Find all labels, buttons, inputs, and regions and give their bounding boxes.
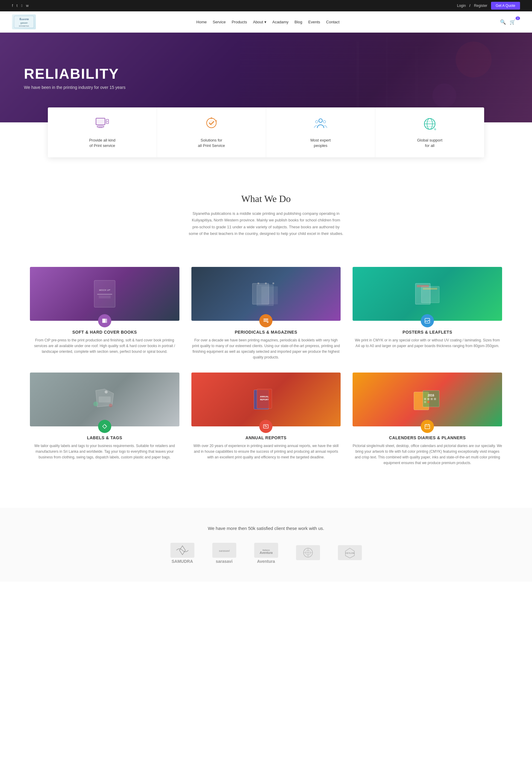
svg-text:Italiano: Italiano	[262, 549, 270, 551]
feature-3-title: Most expertpeoples	[272, 138, 369, 148]
svg-point-38	[267, 321, 269, 323]
nav-events[interactable]: Events	[308, 20, 320, 24]
facebook-icon[interactable]: f	[12, 4, 13, 8]
svg-rect-14	[97, 119, 104, 124]
svg-rect-62	[424, 401, 426, 403]
nav-home[interactable]: Home	[196, 20, 207, 24]
search-icon[interactable]: 🔍	[500, 19, 506, 25]
svg-rect-34	[261, 286, 278, 304]
magazines-desc: For over a decade we have been printing …	[191, 337, 341, 360]
svg-rect-41	[417, 285, 429, 287]
product-annual: ANNUAL REPORT ANNUAL REPORTS With over 2…	[185, 366, 347, 472]
svg-rect-64	[425, 425, 430, 429]
svg-point-47	[93, 402, 98, 406]
svg-point-48	[109, 404, 112, 407]
books-title: SOFT & HARD COVER BOOKS	[30, 330, 179, 334]
instagram-icon[interactable]: 	[21, 4, 22, 8]
feature-2-title: Solutions forall Print Service	[163, 138, 260, 148]
nav-links: Home Service Products About ▾ Acadamy Bl…	[196, 19, 340, 24]
nav-contact[interactable]: Contact	[326, 20, 340, 24]
hero-content: RELIABILITY We have been in the printing…	[0, 48, 150, 108]
feature-4-title: Global supportfor all	[381, 138, 478, 148]
feature-print-service: Provide all kindof Print service	[48, 107, 157, 157]
nav-products[interactable]: Products	[232, 20, 247, 24]
feature-global: Global supportfor all	[375, 107, 484, 157]
posters-image	[353, 267, 502, 321]
logo-image: සියනෙත ප්‍රකාශන SIYANETHA	[12, 14, 36, 29]
posters-badge	[421, 314, 434, 327]
svg-point-35	[257, 282, 259, 284]
product-labels: LABELS & TAGS We tailor quality labels a…	[24, 366, 185, 472]
magazines-badge	[259, 314, 272, 327]
partners-tagline: We have more then 50k satisfied client t…	[12, 526, 520, 531]
svg-rect-61	[434, 398, 436, 400]
svg-rect-11	[98, 127, 103, 128]
labels-title: LABELS & TAGS	[30, 436, 179, 440]
nav-service[interactable]: Service	[213, 20, 225, 24]
svg-point-45	[105, 391, 108, 394]
partner-aventura: Italiano Aventura Aventura	[254, 543, 278, 564]
product-books: MOCK UP SOFT & HARD COVER BOOKS From CtP…	[24, 261, 185, 366]
svg-point-18	[315, 121, 318, 123]
feature-expert: Most expertpeoples	[266, 107, 375, 157]
register-link[interactable]: Register	[474, 4, 487, 8]
product-posters: POSTERS & LEAFLETS We print in CMYK or i…	[347, 261, 508, 366]
svg-rect-46	[99, 397, 111, 403]
feature-1-title: Provide all kindof Print service	[54, 138, 151, 148]
sarasavi-label: sarasavi	[216, 559, 232, 564]
svg-rect-10	[97, 126, 104, 127]
svg-point-19	[323, 121, 326, 123]
aventura-label: Aventura	[257, 559, 275, 564]
partners-section: We have more then 50k satisfied client t…	[0, 508, 532, 582]
monitor-icon	[54, 116, 151, 134]
books-desc: From CtP pre-press to the print producti…	[30, 337, 179, 355]
svg-text:2016: 2016	[428, 394, 435, 397]
features-section: Provide all kindof Print service Solutio…	[48, 107, 484, 157]
annual-image: ANNUAL REPORT	[191, 372, 341, 427]
product-magazines: PERIODICALS & MAGAZINES For over a decad…	[185, 261, 347, 366]
labels-image	[30, 372, 179, 427]
svg-rect-31	[104, 319, 107, 323]
posters-desc: We print in CMYK or in any special color…	[353, 337, 502, 349]
svg-rect-42	[423, 288, 437, 290]
login-link[interactable]: Login	[457, 4, 466, 8]
feature-solutions: Solutions forall Print Service	[157, 107, 266, 157]
calendars-badge	[421, 420, 434, 433]
books-image: MOCK UP	[30, 267, 179, 321]
annual-desc: With over 20 years of experience in prin…	[191, 443, 341, 461]
nav-blog[interactable]: Blog	[295, 20, 302, 24]
calendars-image: 2016	[353, 372, 502, 427]
what-we-do-section: What We Do Siyanetha publications is a m…	[0, 169, 532, 249]
svg-rect-60	[431, 398, 433, 400]
svg-point-49	[105, 425, 106, 426]
get-quote-button[interactable]: Get A Quote	[491, 2, 520, 10]
social-links: f t  w	[12, 4, 29, 8]
magazines-image	[191, 267, 341, 321]
partner-samudra: SAMUDRA	[170, 543, 194, 564]
twitter-icon[interactable]: t	[16, 4, 17, 8]
nav-about[interactable]: About ▾	[253, 20, 266, 24]
nav-academy[interactable]: Acadamy	[272, 20, 289, 24]
samudra-label: SAMUDRA	[172, 559, 193, 564]
svg-point-37	[272, 282, 274, 284]
labels-badge	[98, 420, 111, 433]
navbar: සියනෙත ප්‍රකාශන SIYANETHA Home Service P…	[0, 11, 532, 33]
product-calendars: 2016 CALENDERS DIARIES & PLANNERS	[347, 366, 508, 472]
svg-text:MOCK UP: MOCK UP	[99, 289, 110, 291]
calendars-title: CALENDERS DIARIES & PLANNERS	[353, 436, 502, 440]
site-logo: සියනෙත ප්‍රකාශන SIYANETHA	[12, 14, 36, 29]
svg-rect-63	[427, 401, 429, 403]
svg-text:CEYLON: CEYLON	[345, 552, 354, 554]
annual-badge	[259, 420, 272, 433]
labels-desc: We tailor quality labels and tags to you…	[30, 443, 179, 461]
svg-rect-28	[99, 296, 111, 296]
globe-icon	[381, 116, 478, 134]
cart-icon[interactable]: 🛒0	[510, 19, 520, 25]
svg-rect-27	[97, 294, 112, 295]
books-badge	[98, 314, 111, 327]
partner-sarasavi: sarasavi sarasavi	[212, 543, 236, 564]
svg-rect-58	[424, 398, 426, 400]
partner-5: CEYLON	[338, 545, 362, 561]
whatsapp-icon[interactable]: w	[26, 4, 29, 8]
magazines-title: PERIODICALS & MAGAZINES	[191, 330, 341, 334]
